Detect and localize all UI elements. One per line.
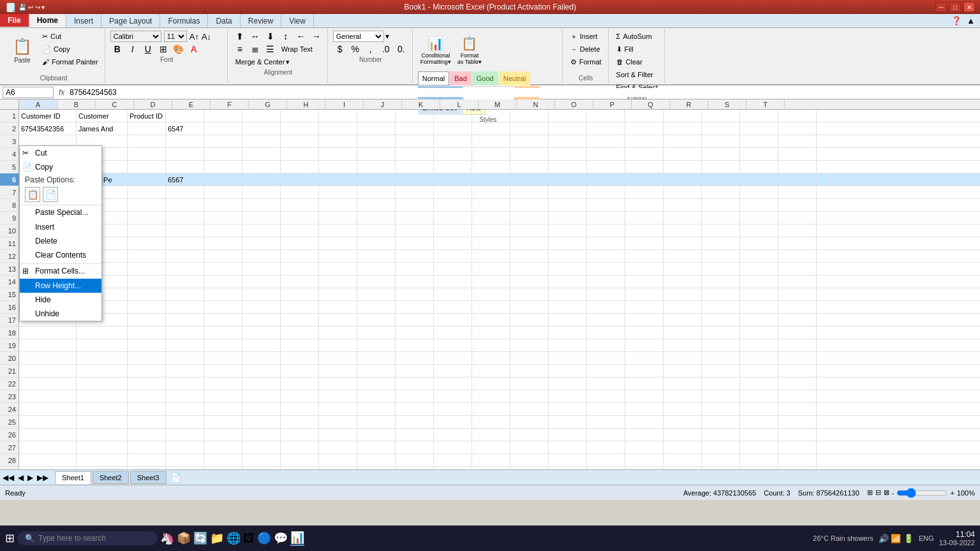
cell-col18-row12[interactable] [740, 250, 778, 262]
cell-821[interactable] [357, 365, 396, 377]
cell-col10-row1[interactable] [434, 110, 472, 122]
cell-G27[interactable] [281, 441, 319, 453]
wrap-text-button[interactable]: Wrap Text [279, 43, 315, 55]
cell-H9[interactable] [319, 212, 357, 224]
cell-B1[interactable]: Customer [77, 110, 128, 122]
cell-D14[interactable] [166, 276, 204, 288]
cell-col18-row2[interactable] [740, 122, 778, 135]
cell-col12-row6[interactable] [510, 173, 549, 186]
accounting-format-button[interactable]: $ [333, 43, 347, 55]
conditional-formatting-button[interactable]: 📊 ConditionalFormatting▾ [418, 31, 454, 70]
cell-823[interactable] [357, 390, 396, 402]
cell-col13-row28[interactable] [549, 454, 587, 466]
cell-col18-row10[interactable] [740, 224, 778, 237]
cell-D25[interactable] [166, 416, 204, 428]
cell-col19-row26[interactable] [778, 429, 817, 441]
cell-G26[interactable] [281, 429, 319, 441]
cell-F28[interactable] [242, 454, 281, 466]
cell-col17-row21[interactable] [702, 365, 740, 377]
cell-827[interactable] [357, 441, 396, 453]
cell-87[interactable] [357, 186, 396, 198]
cell-H24[interactable] [319, 403, 357, 415]
table-row[interactable]: 12 [0, 250, 980, 263]
cell-col10-row20[interactable] [434, 352, 472, 364]
cell-col19-row9[interactable] [778, 212, 817, 224]
tab-view[interactable]: View [281, 14, 314, 27]
cell-col19-row4[interactable] [778, 148, 817, 160]
cell-col14-row29[interactable] [587, 467, 625, 469]
scroll-sheets-right-icon[interactable]: ▶▶ [37, 473, 48, 482]
cell-F20[interactable] [242, 352, 281, 364]
cell-D19[interactable] [166, 339, 204, 351]
cell-A20[interactable] [19, 352, 77, 364]
cell-col13-row11[interactable] [549, 237, 587, 249]
cell-col15-row23[interactable] [625, 390, 664, 402]
cell-col11-row10[interactable] [472, 224, 510, 237]
format-painter-button[interactable]: 🖌 Format Painter [40, 56, 101, 68]
cell-col14-row1[interactable] [587, 110, 625, 122]
cell-col14-row19[interactable] [587, 339, 625, 351]
cell-col11-row24[interactable] [472, 403, 510, 415]
cell-col17-row28[interactable] [702, 454, 740, 466]
cell-F19[interactable] [242, 339, 281, 351]
cell-G7[interactable] [281, 186, 319, 198]
cell-col9-row3[interactable] [396, 135, 434, 147]
cell-C25[interactable] [128, 416, 166, 428]
cell-col18-row26[interactable] [740, 429, 778, 441]
cell-D29[interactable] [166, 467, 204, 469]
cell-col10-row27[interactable] [434, 441, 472, 453]
cell-col19-row20[interactable] [778, 352, 817, 364]
cell-col15-row8[interactable] [625, 199, 664, 211]
cell-col19-row22[interactable] [778, 378, 817, 390]
increase-font-icon[interactable]: A↑ [189, 32, 199, 41]
ctx-unhide[interactable]: Unhide [20, 307, 101, 321]
cell-col15-row14[interactable] [625, 276, 664, 288]
cell-B21[interactable] [77, 365, 128, 377]
cell-col16-row26[interactable] [664, 429, 702, 441]
table-row[interactable]: 5 [0, 161, 980, 173]
cell-col15-row22[interactable] [625, 378, 664, 390]
cell-A21[interactable] [19, 365, 77, 377]
col-header-K[interactable]: K [402, 99, 440, 109]
ctx-hide[interactable]: Hide [20, 293, 101, 307]
cell-E3[interactable] [204, 135, 242, 147]
table-row[interactable]: 28 [0, 454, 980, 467]
cell-col9-row20[interactable] [396, 352, 434, 364]
cell-A22[interactable] [19, 378, 77, 390]
cell-col12-row8[interactable] [510, 199, 549, 211]
cell-col9-row21[interactable] [396, 365, 434, 377]
cell-col18-row21[interactable] [740, 365, 778, 377]
cell-C12[interactable] [128, 250, 166, 262]
cell-H21[interactable] [319, 365, 357, 377]
cell-col19-row23[interactable] [778, 390, 817, 402]
table-row[interactable]: 27 [0, 441, 980, 454]
cell-col17-row6[interactable] [702, 173, 740, 186]
cell-col10-row21[interactable] [434, 365, 472, 377]
cell-col15-row7[interactable] [625, 186, 664, 198]
cell-col17-row8[interactable] [702, 199, 740, 211]
cell-col16-row29[interactable] [664, 467, 702, 469]
cell-col10-row6[interactable] [434, 173, 472, 186]
cell-col15-row12[interactable] [625, 250, 664, 262]
cell-H16[interactable] [319, 301, 357, 313]
cell-col12-row11[interactable] [510, 237, 549, 249]
cell-col18-row20[interactable] [740, 352, 778, 364]
taskbar-app-4[interactable]: 📁 [210, 531, 224, 545]
cell-G2[interactable] [281, 122, 319, 135]
cell-G8[interactable] [281, 199, 319, 211]
cell-C19[interactable] [128, 339, 166, 351]
cell-col19-row10[interactable] [778, 224, 817, 237]
cell-col17-row11[interactable] [702, 237, 740, 249]
tab-home[interactable]: Home [29, 14, 66, 27]
cell-814[interactable] [357, 276, 396, 288]
cell-D5[interactable] [166, 161, 204, 173]
cell-G4[interactable] [281, 148, 319, 160]
cell-col18-row6[interactable] [740, 173, 778, 186]
cell-col9-row9[interactable] [396, 212, 434, 224]
cell-G17[interactable] [281, 314, 319, 326]
format-as-table-button[interactable]: 📋 Formatas Table▾ [455, 31, 484, 70]
cell-col13-row22[interactable] [549, 378, 587, 390]
cell-G29[interactable] [281, 467, 319, 469]
cell-col19-row8[interactable] [778, 199, 817, 211]
col-header-M[interactable]: M [479, 99, 517, 109]
